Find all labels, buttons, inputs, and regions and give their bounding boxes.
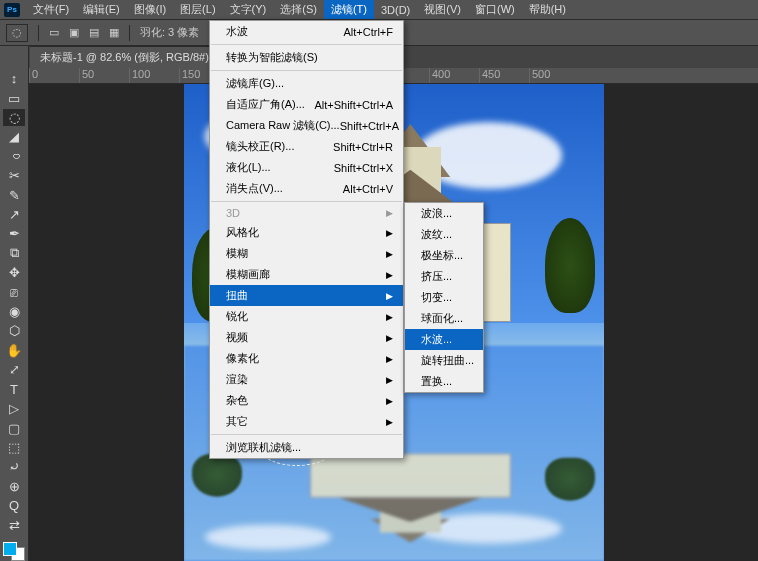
menu-item[interactable]: Camera Raw 滤镜(C)...Shift+Ctrl+A xyxy=(210,115,403,136)
menu-item-label: 旋转扭曲... xyxy=(421,353,474,368)
menu-window[interactable]: 窗口(W) xyxy=(468,0,522,19)
tool-15[interactable]: ⤢ xyxy=(3,361,25,378)
menu-item[interactable]: 球面化... xyxy=(405,308,483,329)
menu-filter[interactable]: 滤镜(T) xyxy=(324,0,374,19)
new-selection-icon[interactable]: ▭ xyxy=(49,26,59,39)
menu-help[interactable]: 帮助(H) xyxy=(522,0,573,19)
tool-11[interactable]: ⎚ xyxy=(3,283,25,300)
menu-shortcut: Alt+Shift+Ctrl+A xyxy=(314,99,393,111)
menu-item-label: 自适应广角(A)... xyxy=(226,97,305,112)
menu-item[interactable]: 其它▶ xyxy=(210,411,403,432)
color-swatch[interactable] xyxy=(3,542,25,561)
menu-item[interactable]: 消失点(V)...Alt+Ctrl+V xyxy=(210,178,403,199)
tool-16[interactable]: T xyxy=(3,381,25,398)
tool-23[interactable]: ⇄ xyxy=(3,516,25,533)
menu-item[interactable]: 旋转扭曲... xyxy=(405,350,483,371)
menu-item-label: 滤镜库(G)... xyxy=(226,76,284,91)
sub-selection-icon[interactable]: ▤ xyxy=(89,26,99,39)
menu-item-label: 杂色 xyxy=(226,393,248,408)
menu-type[interactable]: 文字(Y) xyxy=(223,0,274,19)
menu-item-label: 3D xyxy=(226,207,240,219)
filter-menu-dropdown: 水波Alt+Ctrl+F转换为智能滤镜(S)滤镜库(G)...自适应广角(A).… xyxy=(209,20,404,459)
menu-item[interactable]: 视频▶ xyxy=(210,327,403,348)
menu-item[interactable]: 极坐标... xyxy=(405,245,483,266)
menu-item-label: Camera Raw 滤镜(C)... xyxy=(226,118,340,133)
tool-17[interactable]: ▷ xyxy=(3,400,25,417)
menu-item[interactable]: 波纹... xyxy=(405,224,483,245)
tool-18[interactable]: ▢ xyxy=(3,419,25,436)
add-selection-icon[interactable]: ▣ xyxy=(69,26,79,39)
menu-item[interactable]: 杂色▶ xyxy=(210,390,403,411)
ruler-tick: 500 xyxy=(529,68,579,83)
submenu-arrow-icon: ▶ xyxy=(386,354,393,364)
feather-field[interactable]: 羽化: 3 像素 xyxy=(140,25,199,40)
menu-item[interactable]: 3D▶ xyxy=(210,204,403,222)
menu-item-label: 切变... xyxy=(421,290,452,305)
separator xyxy=(38,25,39,41)
menu-item-label: 挤压... xyxy=(421,269,452,284)
menu-select[interactable]: 选择(S) xyxy=(273,0,324,19)
menu-item[interactable]: 扭曲▶ xyxy=(210,285,403,306)
tool-21[interactable]: ⊕ xyxy=(3,478,25,495)
tool-4[interactable]: ဝ xyxy=(3,148,25,165)
menu-item[interactable]: 锐化▶ xyxy=(210,306,403,327)
tool-0[interactable]: ↕ xyxy=(3,70,25,87)
tool-10[interactable]: ✥ xyxy=(3,264,25,281)
menu-item[interactable]: 波浪... xyxy=(405,203,483,224)
intersect-selection-icon[interactable]: ▦ xyxy=(109,26,119,39)
tool-22[interactable]: Q xyxy=(3,497,25,514)
menu-separator xyxy=(211,434,402,435)
tool-20[interactable]: ⤾ xyxy=(3,458,25,475)
menu-shortcut: Shift+Ctrl+R xyxy=(333,141,393,153)
tool-2[interactable]: ◌ xyxy=(3,109,25,126)
menu-item[interactable]: 像素化▶ xyxy=(210,348,403,369)
menu-item-label: 转换为智能滤镜(S) xyxy=(226,50,318,65)
menu-item[interactable]: 浏览联机滤镜... xyxy=(210,437,403,458)
menu-file[interactable]: 文件(F) xyxy=(26,0,76,19)
ruler-tick: 450 xyxy=(479,68,529,83)
tool-13[interactable]: ⬡ xyxy=(3,322,25,339)
tool-7[interactable]: ↗ xyxy=(3,206,25,223)
ruler-tick: 0 xyxy=(29,68,79,83)
tool-6[interactable]: ✎ xyxy=(3,186,25,203)
toolbox: ↕▭◌◢ဝ✂✎↗✒⧉✥⎚◉⬡✋⤢T▷▢⬚⤾⊕Q⇄ xyxy=(0,46,29,561)
menu-item-label: 极坐标... xyxy=(421,248,463,263)
menu-item-label: 球面化... xyxy=(421,311,463,326)
tool-14[interactable]: ✋ xyxy=(3,342,25,359)
menu-item[interactable]: 渲染▶ xyxy=(210,369,403,390)
menu-item[interactable]: 模糊画廊▶ xyxy=(210,264,403,285)
tool-1[interactable]: ▭ xyxy=(3,89,25,106)
menu-item[interactable]: 水波... xyxy=(405,329,483,350)
ruler-tick: 400 xyxy=(429,68,479,83)
tool-preset-icon[interactable]: ◌ xyxy=(6,24,28,42)
submenu-arrow-icon: ▶ xyxy=(386,333,393,343)
menu-item[interactable]: 风格化▶ xyxy=(210,222,403,243)
menu-item[interactable]: 滤镜库(G)... xyxy=(210,73,403,94)
menu-image[interactable]: 图像(I) xyxy=(127,0,173,19)
menu-layer[interactable]: 图层(L) xyxy=(173,0,222,19)
tool-12[interactable]: ◉ xyxy=(3,303,25,320)
menu-item[interactable]: 置换... xyxy=(405,371,483,392)
menu-shortcut: Shift+Ctrl+A xyxy=(340,120,399,132)
menu-item[interactable]: 转换为智能滤镜(S) xyxy=(210,47,403,68)
menu-item[interactable]: 挤压... xyxy=(405,266,483,287)
menu-item-label: 扭曲 xyxy=(226,288,248,303)
menu-item[interactable]: 镜头校正(R)...Shift+Ctrl+R xyxy=(210,136,403,157)
tool-9[interactable]: ⧉ xyxy=(3,245,25,262)
submenu-arrow-icon: ▶ xyxy=(386,291,393,301)
menu-3d[interactable]: 3D(D) xyxy=(374,2,417,18)
tool-5[interactable]: ✂ xyxy=(3,167,25,184)
menu-item-label: 像素化 xyxy=(226,351,259,366)
menu-item[interactable]: 水波Alt+Ctrl+F xyxy=(210,21,403,42)
menu-edit[interactable]: 编辑(E) xyxy=(76,0,127,19)
submenu-arrow-icon: ▶ xyxy=(386,270,393,280)
menu-view[interactable]: 视图(V) xyxy=(417,0,468,19)
tool-8[interactable]: ✒ xyxy=(3,225,25,242)
menu-item[interactable]: 模糊▶ xyxy=(210,243,403,264)
tool-19[interactable]: ⬚ xyxy=(3,439,25,456)
tool-3[interactable]: ◢ xyxy=(3,128,25,145)
menu-item[interactable]: 液化(L)...Shift+Ctrl+X xyxy=(210,157,403,178)
menu-item[interactable]: 自适应广角(A)...Alt+Shift+Ctrl+A xyxy=(210,94,403,115)
menu-item-label: 风格化 xyxy=(226,225,259,240)
menu-item[interactable]: 切变... xyxy=(405,287,483,308)
